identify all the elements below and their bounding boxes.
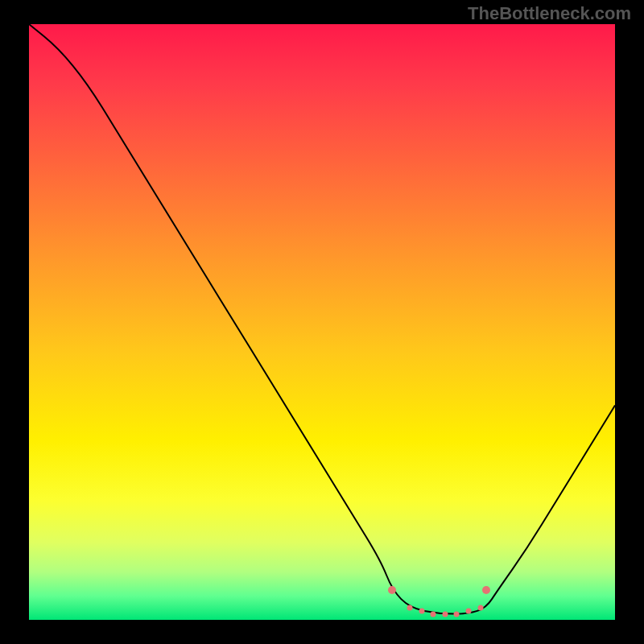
- optimal-marker: [466, 608, 472, 613]
- chart-plot-area: [29, 24, 615, 620]
- watermark-text: TheBottleneck.com: [468, 3, 631, 24]
- optimal-marker: [482, 586, 490, 594]
- optimal-marker: [454, 611, 460, 617]
- optimal-marker: [431, 611, 436, 617]
- optimal-marker: [442, 611, 448, 617]
- optimal-marker: [419, 608, 424, 613]
- optimal-marker: [388, 586, 396, 594]
- optimal-marker: [407, 605, 413, 611]
- optimal-marker: [477, 605, 483, 611]
- optimal-markers-layer: [29, 24, 615, 620]
